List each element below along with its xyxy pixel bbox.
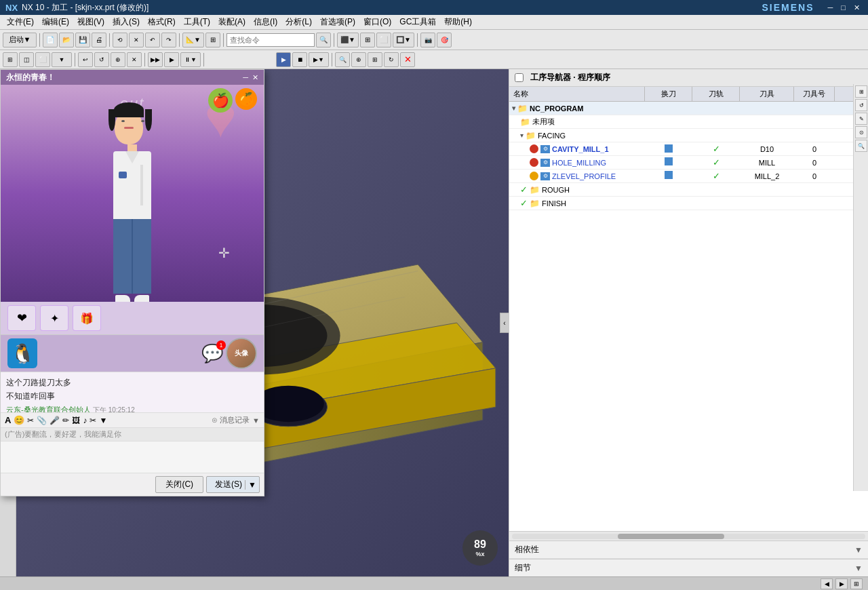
- menu-prefs[interactable]: 首选项(P): [316, 15, 359, 29]
- chat-tb-edit[interactable]: ✏: [62, 416, 69, 425]
- tb2-8[interactable]: ✕: [127, 52, 142, 67]
- tb2-10[interactable]: ▶: [164, 52, 179, 67]
- status-btn-2[interactable]: ▶: [835, 578, 848, 589]
- panel-collapse-arrow[interactable]: ‹: [500, 313, 509, 333]
- tb5[interactable]: ↶: [145, 33, 160, 47]
- action-btn-2[interactable]: ✦: [40, 305, 68, 331]
- message-bubble-icon[interactable]: 💬 1: [201, 343, 223, 364]
- tb2-1[interactable]: ⊞: [3, 52, 18, 67]
- chat-tb-mic[interactable]: 🎤: [50, 416, 60, 425]
- chat-tb-cut[interactable]: ✂: [27, 416, 34, 425]
- expand-icon-facing[interactable]: ▾: [520, 132, 524, 139]
- qq-penguin-icon[interactable]: 🐧: [7, 338, 37, 368]
- tb2-cancel[interactable]: ✕: [400, 52, 415, 67]
- minimize-btn[interactable]: ─: [825, 3, 836, 12]
- menu-view[interactable]: 视图(V): [73, 15, 108, 29]
- nc-row-hole-milling[interactable]: ⚙ HOLE_MILLING ✓ MILL 0: [509, 156, 868, 170]
- rvt-3[interactable]: ✎: [855, 113, 867, 125]
- start-btn[interactable]: 启动▼: [3, 33, 37, 47]
- tb2-3[interactable]: ⬜: [35, 52, 50, 67]
- tb2-ff[interactable]: ▶▼: [309, 52, 329, 67]
- menu-info[interactable]: 信息(I): [250, 15, 281, 29]
- chat-tb-font[interactable]: A: [5, 415, 11, 425]
- menu-insert[interactable]: 插入(S): [108, 15, 144, 29]
- chat-tb-scissors[interactable]: ✂: [90, 416, 96, 425]
- bottom-panel-yilai[interactable]: 相依性 ▼: [509, 540, 868, 559]
- chat-tb-more[interactable]: ▼: [99, 416, 107, 425]
- tb2-7[interactable]: ⊕: [111, 52, 125, 67]
- tb8[interactable]: ⊞: [205, 33, 220, 47]
- chat-tb-clip[interactable]: 📎: [37, 416, 47, 425]
- history-btn[interactable]: ⊙ 消息记录: [212, 415, 250, 425]
- bottom-panel-detail[interactable]: 细节 ▼: [509, 559, 868, 576]
- tb3[interactable]: ⟲: [113, 33, 127, 47]
- nc-checkbox[interactable]: [515, 73, 524, 82]
- menu-gc[interactable]: GC工具箱: [395, 15, 440, 29]
- open-btn[interactable]: 📂: [59, 33, 74, 47]
- nc-row-zlevel[interactable]: ⚙ ZLEVEL_PROFILE ✓ MILL_2 0: [509, 170, 868, 183]
- action-btn-3[interactable]: 🎁: [73, 305, 101, 331]
- tb7[interactable]: 📐▼: [182, 33, 204, 47]
- search-input[interactable]: [226, 33, 315, 47]
- nc-row-unused[interactable]: 📁 未用项: [509, 115, 868, 129]
- close-btn[interactable]: ✕: [851, 3, 863, 12]
- status-btn-1[interactable]: ◀: [821, 578, 833, 589]
- new-btn[interactable]: 📄: [43, 33, 58, 47]
- chat-text-input[interactable]: [5, 444, 260, 470]
- tb2-play[interactable]: ▶: [276, 52, 291, 67]
- maximize-btn[interactable]: □: [838, 3, 848, 12]
- tb2-stop[interactable]: ⏹: [292, 52, 307, 67]
- view-btn3[interactable]: ⬜: [376, 33, 391, 47]
- chat-tb-img[interactable]: 🖼: [72, 416, 80, 425]
- nc-row-rough[interactable]: ✓ 📁 ROUGH: [509, 183, 868, 197]
- tb2-2[interactable]: ◫: [19, 52, 34, 67]
- tb2-zoom2[interactable]: ⊕: [351, 52, 366, 67]
- chat-overlay-controls[interactable]: ─ ✕: [243, 73, 258, 82]
- chat-close-btn-x[interactable]: ✕: [252, 73, 258, 82]
- rvt-2[interactable]: ↺: [855, 99, 867, 111]
- tb2-zoom[interactable]: 🔍: [335, 52, 350, 67]
- send-arrow[interactable]: ▼: [245, 480, 256, 490]
- window-controls[interactable]: ─ □ ✕: [825, 3, 863, 12]
- action-btn-1[interactable]: ❤: [7, 305, 36, 331]
- search-btn[interactable]: 🔍: [316, 33, 331, 47]
- view-btn4[interactable]: 🔲▼: [393, 33, 414, 47]
- chat-min-btn[interactable]: ─: [243, 73, 248, 82]
- view-btn1[interactable]: ⬛▼: [337, 33, 359, 47]
- menu-format[interactable]: 格式(R): [144, 15, 180, 29]
- cam-btn1[interactable]: 📷: [420, 33, 435, 47]
- menu-edit[interactable]: 编辑(E): [38, 15, 73, 29]
- tb2-11[interactable]: ⏸▼: [180, 52, 201, 67]
- tb6[interactable]: ↷: [161, 33, 176, 47]
- print-btn[interactable]: 🖨: [92, 33, 106, 47]
- user-avatar[interactable]: 头像: [226, 338, 257, 369]
- nc-row-cavity-mill[interactable]: ⚙ CAVITY_MILL_1 ✓ D10 0: [509, 142, 868, 156]
- rvt-1[interactable]: ⊞: [855, 85, 867, 98]
- nc-row-facing[interactable]: ▾ 📁 FACING: [509, 129, 868, 142]
- tb2-9[interactable]: ▶▶: [148, 52, 163, 67]
- menu-help[interactable]: 帮助(H): [440, 15, 476, 29]
- status-btn-3[interactable]: ⊞: [850, 578, 863, 589]
- nc-scrollbar[interactable]: [509, 531, 868, 540]
- send-chat-btn[interactable]: 发送(S) ▼: [206, 476, 260, 493]
- tb2-4[interactable]: ▼: [52, 52, 72, 67]
- menu-analysis[interactable]: 分析(L): [281, 15, 316, 29]
- rvt-5[interactable]: 🔍: [855, 140, 867, 152]
- tb2-6[interactable]: ↺: [94, 52, 109, 67]
- menu-tools[interactable]: 工具(T): [180, 15, 214, 29]
- tb4[interactable]: ✕: [129, 33, 144, 47]
- cam-btn2[interactable]: 🎯: [437, 33, 452, 47]
- tb2-5[interactable]: ↩: [78, 52, 93, 67]
- nc-row-finish[interactable]: ✓ 📁 FINISH: [509, 197, 868, 210]
- nc-row-nc-program[interactable]: ▾ 📁 NC_PROGRAM: [509, 102, 868, 115]
- chat-tb-emoji[interactable]: 😊: [14, 415, 24, 425]
- detail-arrow[interactable]: ▼: [854, 564, 863, 573]
- chat-tb-music[interactable]: ♪: [83, 416, 87, 425]
- yilai-arrow[interactable]: ▼: [854, 545, 863, 555]
- view-btn2[interactable]: ⊞: [360, 33, 375, 47]
- save-btn[interactable]: 💾: [75, 33, 90, 47]
- expand-icon-program[interactable]: ▾: [512, 104, 515, 112]
- tb2-fit[interactable]: ⊞: [368, 52, 382, 67]
- close-chat-btn[interactable]: 关闭(C): [155, 476, 203, 493]
- menu-window[interactable]: 窗口(O): [359, 15, 395, 29]
